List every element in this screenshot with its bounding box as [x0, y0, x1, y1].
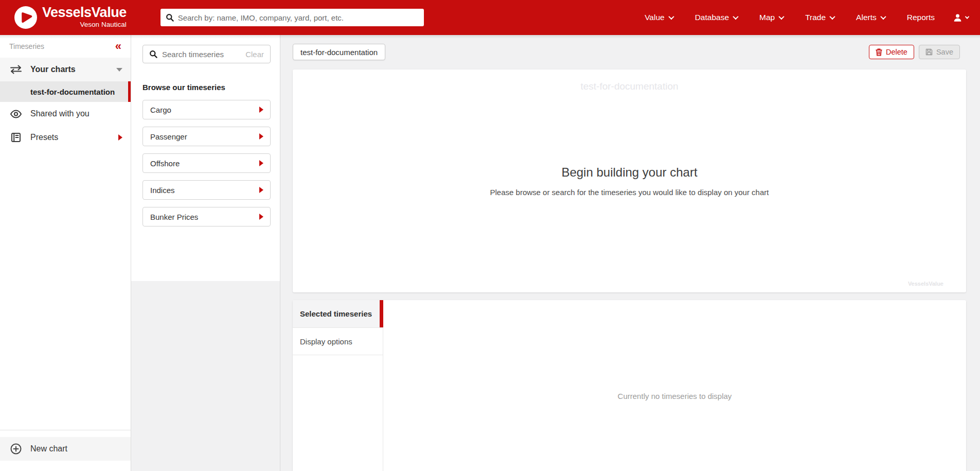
category-label: Bunker Prices — [150, 213, 198, 221]
tab-label: Display options — [300, 337, 352, 346]
category-label: Offshore — [150, 159, 180, 168]
plus-circle-icon — [9, 443, 23, 455]
category-button-indices[interactable]: Indices — [142, 180, 271, 200]
eye-icon — [9, 110, 23, 118]
clear-search-button[interactable]: Clear — [245, 50, 264, 59]
sidebar-bottom: New chart — [0, 430, 131, 471]
nav-item-alerts[interactable]: Alerts — [845, 8, 896, 27]
collapse-sidebar-icon[interactable]: « — [113, 41, 123, 52]
category-label: Indices — [150, 186, 175, 195]
chart-title-watermark: test-for-documentation — [293, 81, 966, 92]
tab-label: Selected timeseries — [300, 309, 372, 318]
chevron-down-icon — [829, 14, 835, 20]
user-menu[interactable] — [946, 8, 972, 28]
nav-item-map[interactable]: Map — [749, 8, 794, 27]
app-body: Timeseries « Your charts test-for-docume… — [0, 35, 980, 471]
top-bar: VesselsValue Veson Nautical Value Databa… — [0, 0, 980, 35]
sidebar: Timeseries « Your charts test-for-docume… — [0, 35, 131, 471]
nav-label: Alerts — [856, 13, 877, 22]
presets-book-icon — [9, 132, 23, 143]
trash-icon — [876, 48, 882, 56]
global-search-input[interactable] — [178, 13, 419, 22]
category-button-bunker-prices[interactable]: Bunker Prices — [142, 207, 271, 226]
category-label: Passenger — [150, 132, 187, 141]
caret-down-icon — [116, 68, 122, 72]
timeseries-search: Clear — [142, 45, 271, 63]
sidebar-header: Timeseries « — [0, 35, 131, 58]
chart-name-label: test-for-documentation — [300, 48, 378, 57]
delete-button[interactable]: Delete — [869, 45, 914, 59]
sidebar-spacer — [0, 149, 131, 430]
delete-label: Delete — [886, 48, 907, 56]
global-search — [161, 9, 424, 26]
top-nav: Value Database Map Trade Alerts Reports — [634, 8, 980, 28]
sidebar-item-label: Presets — [30, 133, 58, 142]
nav-label: Reports — [907, 13, 935, 22]
nav-label: Database — [695, 13, 729, 22]
new-chart-button[interactable]: New chart — [0, 437, 131, 461]
chart-empty-subtitle: Please browse or search for the timeseri… — [490, 188, 769, 197]
brand-name: VesselsValue — [42, 6, 127, 20]
bottom-panel-content: Currently no timeseries to display — [383, 300, 966, 471]
caret-right-icon — [259, 107, 263, 113]
brand-text: VesselsValue Veson Nautical — [42, 6, 127, 29]
nav-item-database[interactable]: Database — [684, 8, 749, 27]
nav-item-trade[interactable]: Trade — [794, 8, 845, 27]
browse-heading: Browse our timeseries — [142, 83, 271, 92]
nav-item-reports[interactable]: Reports — [896, 8, 946, 27]
chart-name-tab[interactable]: test-for-documentation — [293, 44, 385, 60]
brand-subtitle: Veson Nautical — [80, 21, 127, 29]
save-button[interactable]: Save — [919, 45, 960, 59]
header-actions: Delete Save — [869, 45, 960, 59]
bottom-panel: Selected timeseries Display options Curr… — [293, 300, 966, 471]
caret-right-icon — [259, 160, 263, 166]
new-chart-label: New chart — [30, 444, 67, 453]
save-disk-icon — [925, 48, 933, 56]
tab-selected-timeseries[interactable]: Selected timeseries — [293, 300, 383, 328]
nav-label: Trade — [805, 13, 826, 22]
sidebar-title: Timeseries — [9, 42, 44, 50]
category-button-passenger[interactable]: Passenger — [142, 127, 271, 146]
timeseries-search-input[interactable] — [162, 50, 245, 59]
category-button-cargo[interactable]: Cargo — [142, 100, 271, 119]
caret-right-icon — [118, 134, 122, 141]
caret-right-icon — [259, 187, 263, 193]
browse-panel: Clear Browse our timeseries Cargo Passen… — [131, 35, 280, 471]
tab-display-options[interactable]: Display options — [293, 328, 383, 355]
search-icon — [149, 50, 157, 58]
user-icon — [953, 13, 963, 23]
save-label: Save — [936, 48, 953, 56]
nav-label: Map — [759, 13, 775, 22]
chevron-down-icon — [965, 14, 969, 19]
nav-label: Value — [645, 13, 665, 22]
category-label: Cargo — [150, 106, 171, 114]
caret-right-icon — [259, 133, 263, 139]
sidebar-item-label: Your charts — [30, 65, 76, 74]
no-timeseries-message: Currently no timeseries to display — [618, 392, 732, 400]
main-header: test-for-documentation Delete — [293, 44, 960, 60]
brand-watermark: VesselsValue — [908, 281, 943, 287]
caret-right-icon — [259, 214, 263, 220]
chevron-down-icon — [733, 14, 738, 20]
sidebar-item-shared-with-you[interactable]: Shared with you — [0, 102, 131, 126]
chevron-down-icon — [668, 14, 674, 20]
vesselsvalue-logo-icon — [14, 6, 37, 29]
bottom-panel-tabs: Selected timeseries Display options — [293, 300, 383, 471]
browse-panel-content: Clear Browse our timeseries Cargo Passen… — [131, 35, 280, 281]
category-button-offshore[interactable]: Offshore — [142, 153, 271, 173]
sidebar-chart-item-selected[interactable]: test-for-documentation — [0, 81, 131, 102]
chart-empty-title: Begin building your chart — [561, 165, 697, 180]
main-area: test-for-documentation Delete — [280, 35, 980, 471]
sidebar-item-label: Shared with you — [30, 109, 90, 118]
chart-panel: test-for-documentation Begin building yo… — [293, 69, 966, 292]
chevron-down-icon — [880, 14, 886, 20]
chevron-down-icon — [779, 14, 785, 20]
chart-item-label: test-for-documentation — [30, 88, 115, 96]
sidebar-item-your-charts[interactable]: Your charts — [0, 58, 131, 81]
nav-item-value[interactable]: Value — [634, 8, 684, 27]
search-icon — [166, 13, 174, 22]
swap-arrows-icon — [9, 65, 23, 74]
brand-logo[interactable]: VesselsValue Veson Nautical — [14, 6, 127, 29]
sidebar-item-presets[interactable]: Presets — [0, 126, 131, 149]
